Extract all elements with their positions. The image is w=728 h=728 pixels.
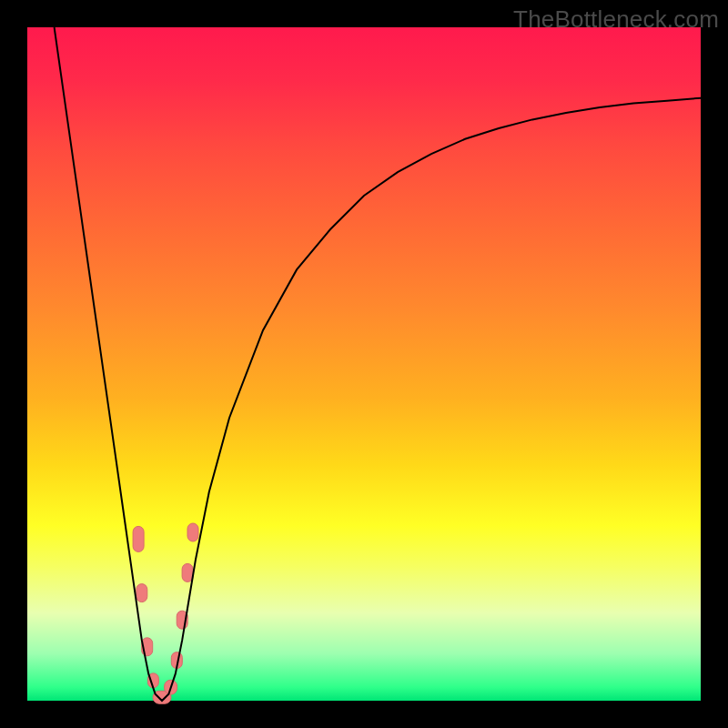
plot-area [27, 27, 701, 701]
curve-svg [27, 27, 701, 701]
bottleneck-curve [55, 27, 701, 701]
markers-group [133, 523, 198, 703]
curve-marker [136, 584, 147, 602]
curve-marker [182, 563, 193, 581]
curve-marker [187, 523, 198, 541]
watermark-text: TheBottleneck.com [513, 5, 719, 34]
curve-marker [133, 526, 144, 551]
chart-frame: TheBottleneck.com [0, 0, 728, 728]
